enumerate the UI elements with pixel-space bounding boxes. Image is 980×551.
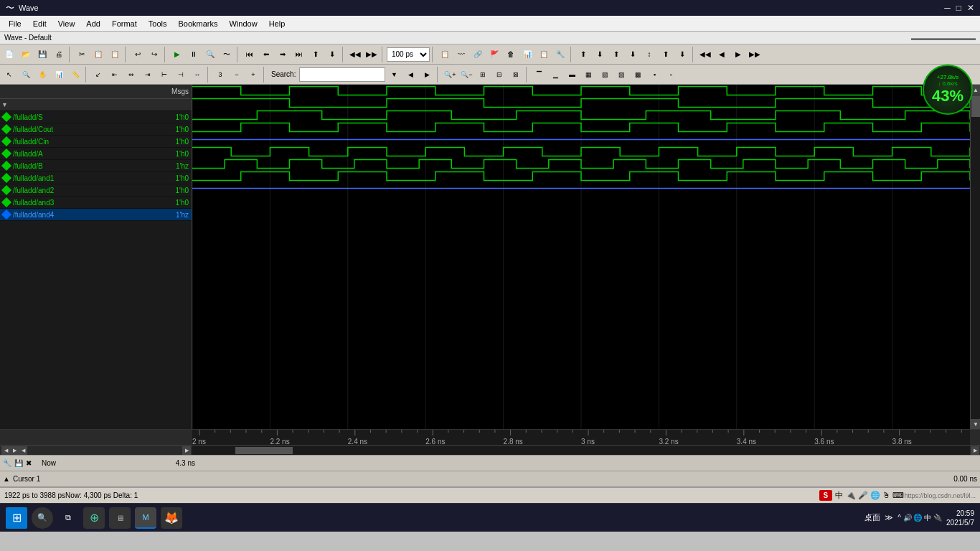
tb-snap[interactable]: 🔗 bbox=[470, 47, 486, 62]
signal-row-B[interactable]: /fulladd/B 1'hz bbox=[0, 160, 192, 172]
tb2-3d[interactable]: 3 bbox=[212, 67, 228, 83]
hscroll-left-btn3[interactable]: ◀ bbox=[19, 446, 27, 455]
waveform-area[interactable] bbox=[192, 85, 970, 429]
tb-copy[interactable]: 📋 bbox=[90, 47, 106, 62]
tb-down[interactable]: ⬇ bbox=[324, 47, 340, 62]
minimize-button[interactable]: ─ bbox=[944, 3, 951, 13]
tb2-wave-style9[interactable]: ▫ bbox=[663, 67, 679, 83]
tb2-timeline[interactable]: 📊 bbox=[51, 67, 67, 83]
tb-g2[interactable]: ◀ bbox=[714, 47, 730, 62]
tb2-plus[interactable]: + bbox=[245, 67, 261, 83]
tb-step-back[interactable]: ◀◀ bbox=[347, 47, 363, 62]
hscroll-track[interactable] bbox=[192, 446, 970, 455]
signal-row-and4[interactable]: /fulladd/and4 1'hz bbox=[0, 209, 192, 221]
tb2-pan[interactable]: ✋ bbox=[34, 67, 50, 83]
tb-g4[interactable]: ▶▶ bbox=[747, 47, 763, 62]
taskbar-app2[interactable]: 🖥 bbox=[109, 507, 131, 529]
hscroll-left-btn4[interactable]: ▶ bbox=[182, 446, 191, 455]
tb-print[interactable]: 🖨 bbox=[51, 47, 67, 62]
tb-log[interactable]: 📋 bbox=[437, 47, 453, 62]
hscroll-left-btn2[interactable]: ▶ bbox=[10, 446, 19, 455]
tb2-zoom-region[interactable]: 🔍 bbox=[18, 67, 34, 83]
tb2-zoom-cursor[interactable]: ⊠ bbox=[508, 67, 524, 83]
menu-window[interactable]: Window bbox=[224, 18, 263, 29]
tb-mark[interactable]: 🚩 bbox=[486, 47, 502, 62]
tb2-wave-style1[interactable]: ▔ bbox=[531, 67, 547, 83]
tb-nav7[interactable]: ⬇ bbox=[674, 47, 690, 62]
taskbar-app3[interactable]: M bbox=[135, 507, 156, 529]
tb-g3[interactable]: ▶ bbox=[730, 47, 746, 62]
tb-wave3[interactable]: 📊 bbox=[519, 47, 535, 62]
signal-row-and1[interactable]: /fulladd/and1 1'h0 bbox=[0, 172, 192, 184]
tb-del[interactable]: 🗑 bbox=[503, 47, 519, 62]
hscroll-left-btn1[interactable]: ◀ bbox=[1, 446, 10, 455]
taskbar-app1[interactable]: ⊕ bbox=[83, 507, 105, 529]
hscroll-thumb[interactable] bbox=[235, 447, 293, 454]
tb-nav5[interactable]: ↕ bbox=[641, 47, 657, 62]
tb2-align-c[interactable]: ⇔ bbox=[123, 67, 139, 83]
tb-cut[interactable]: ✂ bbox=[74, 47, 90, 62]
tb2-t2[interactable]: ⊣ bbox=[173, 67, 189, 83]
tb-redo[interactable]: ↪ bbox=[146, 47, 162, 62]
menu-help[interactable]: Help bbox=[263, 18, 291, 29]
menu-edit[interactable]: Edit bbox=[27, 18, 52, 29]
tb2-cursor[interactable]: ↖ bbox=[1, 67, 17, 83]
search-dropdown[interactable]: ▼ bbox=[386, 67, 402, 83]
signal-row-Cin[interactable]: /fulladd/Cin 1'h0 bbox=[0, 136, 192, 148]
tb2-zoom-out[interactable]: 🔍− bbox=[458, 67, 474, 83]
tb-nav6[interactable]: ⬆ bbox=[658, 47, 674, 62]
tb-save[interactable]: 💾 bbox=[34, 47, 50, 62]
tb-pause[interactable]: ⏸ bbox=[186, 47, 202, 62]
tb2-minus[interactable]: − bbox=[229, 67, 245, 83]
tb-wave[interactable]: 〜 bbox=[219, 47, 235, 62]
tb-new[interactable]: 📄 bbox=[1, 47, 17, 62]
signal-row-S[interactable]: /fulladd/S 1'h0 bbox=[0, 111, 192, 123]
tb2-align-r[interactable]: ⇥ bbox=[140, 67, 156, 83]
search-input[interactable] bbox=[299, 67, 385, 82]
tb-wave2[interactable]: 〰 bbox=[453, 47, 469, 62]
tb2-wave-style6[interactable]: ▨ bbox=[613, 67, 629, 83]
tb2-wave-style2[interactable]: ▁ bbox=[547, 67, 563, 83]
signal-row-and3[interactable]: /fulladd/and3 1'h0 bbox=[0, 197, 192, 209]
hscroll-right-btn[interactable]: ▶ bbox=[971, 446, 979, 455]
zoom-select[interactable]: 100 ps 200 ps 500 ps bbox=[387, 47, 430, 62]
tb-forward[interactable]: ➡ bbox=[275, 47, 291, 62]
tb2-zoom-full[interactable]: ⊟ bbox=[491, 67, 507, 83]
close-button[interactable]: ✕ bbox=[967, 3, 974, 13]
tb2-ruler[interactable]: 📏 bbox=[67, 67, 83, 83]
taskbar-start[interactable]: ⊞ bbox=[6, 507, 27, 529]
vscroll-down[interactable]: ▼ bbox=[971, 419, 980, 429]
maximize-button[interactable]: □ bbox=[956, 3, 961, 13]
tb2-insert[interactable]: ↙ bbox=[90, 67, 106, 83]
tb2-wave-style8[interactable]: ▪ bbox=[646, 67, 662, 83]
vscroll-thumb[interactable] bbox=[971, 95, 980, 117]
tb2-t1[interactable]: ⊢ bbox=[156, 67, 172, 83]
menu-format[interactable]: Format bbox=[106, 18, 143, 29]
tb2-zoom-in[interactable]: 🔍+ bbox=[442, 67, 458, 83]
menu-view[interactable]: View bbox=[52, 18, 81, 29]
tb-restart[interactable]: ⏮ bbox=[242, 47, 258, 62]
taskbar-search[interactable]: 🔍 bbox=[32, 507, 53, 529]
tb-up[interactable]: ⬆ bbox=[308, 47, 324, 62]
tb-list[interactable]: 📋 bbox=[536, 47, 552, 62]
tb-end[interactable]: ⏭ bbox=[291, 47, 307, 62]
vscroll-track[interactable] bbox=[971, 95, 980, 419]
tb-nav1[interactable]: ⬆ bbox=[575, 47, 591, 62]
tb-open[interactable]: 📂 bbox=[18, 47, 34, 62]
tb2-align-l[interactable]: ⇤ bbox=[107, 67, 123, 83]
menu-tools[interactable]: Tools bbox=[143, 18, 173, 29]
search-next[interactable]: ▶ bbox=[419, 67, 435, 83]
tb2-wave-style5[interactable]: ▧ bbox=[597, 67, 613, 83]
menu-bookmarks[interactable]: Bookmarks bbox=[172, 18, 223, 29]
tb-paste[interactable]: 📋 bbox=[107, 47, 123, 62]
signal-row-A[interactable]: /fulladd/A 1'h0 bbox=[0, 148, 192, 160]
search-prev[interactable]: ◀ bbox=[402, 67, 418, 83]
tb2-wave-style4[interactable]: ▦ bbox=[580, 67, 596, 83]
taskbar-app4[interactable]: 🦊 bbox=[161, 507, 182, 529]
signal-row-Cout[interactable]: /fulladd/Cout 1'h0 bbox=[0, 123, 192, 136]
tb-find[interactable]: 🔍 bbox=[202, 47, 218, 62]
waveform-canvas[interactable] bbox=[192, 85, 970, 429]
menu-add[interactable]: Add bbox=[80, 18, 106, 29]
tb-nav2[interactable]: ⬇ bbox=[592, 47, 608, 62]
tb-g1[interactable]: ◀◀ bbox=[697, 47, 713, 62]
